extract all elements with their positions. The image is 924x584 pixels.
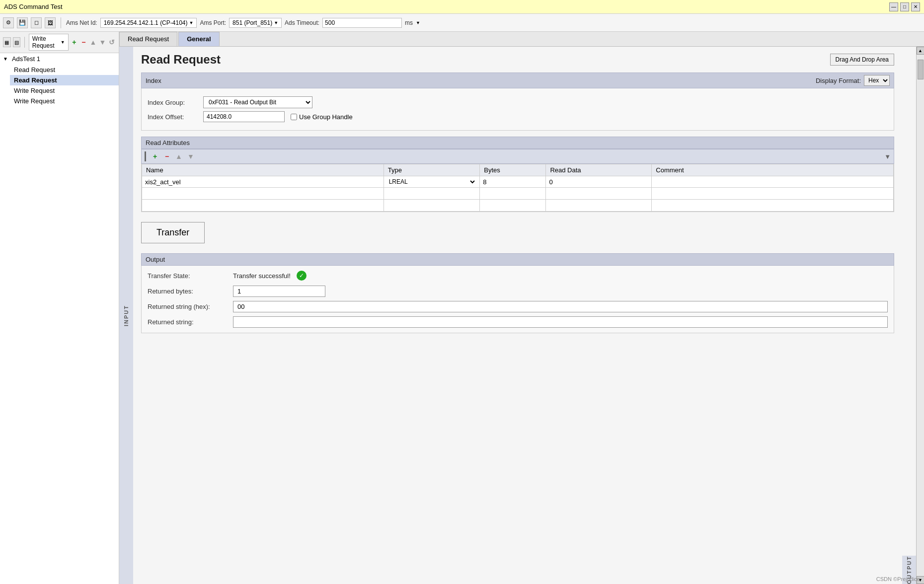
timeout-unit: ms bbox=[405, 19, 413, 26]
transfer-state-row: Transfer State: Transfer successful! ✓ bbox=[148, 271, 888, 281]
scroll-thumb[interactable] bbox=[918, 60, 924, 79]
index-offset-input[interactable] bbox=[203, 111, 285, 122]
sidebar-icon-1[interactable]: ▦ bbox=[3, 37, 11, 47]
cell-type[interactable]: LREAL REAL INT BOOL bbox=[384, 176, 480, 188]
attr-table: Name Type Bytes Read Data Comment bbox=[142, 164, 894, 212]
transfer-btn-container: Transfer bbox=[141, 218, 894, 247]
sidebar-item-read-request-2[interactable]: Read Request bbox=[10, 75, 119, 85]
attr-remove-button[interactable]: − bbox=[162, 151, 172, 161]
comment-input[interactable] bbox=[655, 178, 890, 186]
attr-move-down-button[interactable]: ▼ bbox=[186, 151, 196, 161]
index-group-select[interactable]: 0xF031 - Read Output Bit 0xF020 - Read I… bbox=[203, 96, 312, 108]
scroll-track[interactable] bbox=[917, 55, 924, 576]
timeout-arrow-icon: ▼ bbox=[416, 20, 420, 25]
returned-string-label: Returned string: bbox=[148, 318, 227, 326]
toolbar-separator-1 bbox=[61, 17, 61, 28]
attr-move-up-button[interactable]: ▲ bbox=[174, 151, 184, 161]
cell-name[interactable] bbox=[142, 176, 384, 188]
remove-item-button[interactable]: − bbox=[80, 37, 87, 47]
timeout-label: Ads Timeout: bbox=[285, 19, 319, 26]
type-select[interactable]: LREAL REAL INT BOOL bbox=[387, 178, 477, 186]
tab-general[interactable]: General bbox=[178, 32, 219, 46]
attr-toolbar-bar bbox=[145, 151, 146, 161]
index-offset-label: Index Offset: bbox=[148, 113, 197, 121]
returned-bytes-input[interactable] bbox=[233, 286, 325, 297]
scroll-up-button[interactable]: ▲ bbox=[917, 47, 924, 55]
drag-drop-button[interactable]: Drag And Drop Area bbox=[830, 54, 894, 66]
col-name: Name bbox=[142, 164, 384, 176]
port-arrow-icon: ▼ bbox=[274, 20, 278, 25]
use-group-handle-label: Use Group Handle bbox=[291, 113, 353, 121]
table-row: LREAL REAL INT BOOL 8 0 bbox=[142, 176, 894, 188]
scrollbar[interactable]: ▲ ▼ bbox=[916, 47, 924, 584]
minimize-button[interactable]: — bbox=[889, 2, 898, 11]
transfer-button[interactable]: Transfer bbox=[141, 222, 205, 243]
read-attributes-section: Read Attributes + − ▲ ▼ ▼ bbox=[141, 137, 894, 212]
request-type-dropdown[interactable]: Write Request ▼ bbox=[29, 34, 69, 51]
sidebar-icon-2[interactable]: ▧ bbox=[13, 37, 21, 47]
output-section-header: Output bbox=[141, 253, 894, 266]
col-bytes: Bytes bbox=[480, 164, 546, 176]
sidebar-toolbar: ▦ ▧ Write Request ▼ + − ▲ ▼ ↺ bbox=[0, 32, 119, 53]
port-dropdown[interactable]: 851 (Port_851) ▼ bbox=[229, 18, 282, 28]
attr-toolbar: + − ▲ ▼ ▼ bbox=[141, 149, 894, 164]
name-input[interactable] bbox=[145, 178, 381, 186]
net-id-label: Ams Net Id: bbox=[66, 19, 97, 26]
sidebar-item-read-request-1[interactable]: Read Request bbox=[10, 65, 119, 75]
sidebar-sep bbox=[24, 37, 25, 48]
titlebar-controls: — □ ✕ bbox=[889, 2, 920, 11]
titlebar: ADS Command Test — □ ✕ bbox=[0, 0, 924, 14]
cell-read-data: 0 bbox=[546, 176, 652, 188]
attr-add-button[interactable]: + bbox=[150, 151, 160, 161]
maximize-button[interactable]: □ bbox=[900, 2, 909, 11]
tab-read-request[interactable]: Read Request bbox=[119, 32, 177, 46]
returned-string-row: Returned string: bbox=[148, 316, 888, 328]
display-format-select[interactable]: Hex Dec Oct Bin bbox=[864, 75, 890, 86]
empty-row-1 bbox=[142, 188, 894, 200]
output-content: Transfer State: Transfer successful! ✓ R… bbox=[141, 266, 894, 333]
returned-bytes-label: Returned bytes: bbox=[148, 288, 227, 295]
tree-expand-icon: ▼ bbox=[3, 56, 8, 62]
move-up-button[interactable]: ▲ bbox=[89, 37, 97, 47]
sidebar-item-write-request-1[interactable]: Write Request bbox=[10, 85, 119, 96]
sidebar: ▦ ▧ Write Request ▼ + − ▲ ▼ ↺ ▼ AdsTest … bbox=[0, 32, 119, 584]
port-label: Ams Port: bbox=[200, 19, 226, 26]
timeout-input[interactable] bbox=[322, 18, 402, 28]
use-group-handle-checkbox[interactable] bbox=[291, 114, 297, 120]
index-group-label: Index Group: bbox=[148, 99, 197, 106]
sidebar-item-label-1: Read Request bbox=[14, 66, 55, 73]
toolbar-icon-save[interactable]: 💾 bbox=[17, 17, 28, 28]
tab-bar: Read Request General bbox=[119, 32, 924, 47]
attr-table-container: Name Type Bytes Read Data Comment bbox=[141, 164, 894, 212]
titlebar-title: ADS Command Test bbox=[4, 3, 63, 10]
returned-hex-label: Returned string (hex): bbox=[148, 303, 227, 310]
page-title-row: Read Request Drag And Drop Area bbox=[141, 53, 894, 67]
tree-children: Read Request Read Request Write Request … bbox=[0, 65, 119, 106]
toolbar-icon-4[interactable]: 🖼 bbox=[45, 17, 56, 28]
sidebar-item-write-request-2[interactable]: Write Request bbox=[10, 96, 119, 106]
request-type-label: Write Request bbox=[32, 35, 59, 49]
cell-comment[interactable] bbox=[652, 176, 894, 188]
attr-expand-icon[interactable]: ▼ bbox=[884, 153, 891, 160]
read-attributes-header: Read Attributes bbox=[141, 137, 894, 149]
main-layout: ▦ ▧ Write Request ▼ + − ▲ ▼ ↺ ▼ AdsTest … bbox=[0, 32, 924, 584]
toolbar-icon-3[interactable]: ◻ bbox=[31, 17, 42, 28]
net-id-dropdown[interactable]: 169.254.254.142.1.1 (CP-4104) ▼ bbox=[100, 18, 197, 28]
undo-button[interactable]: ↺ bbox=[108, 37, 116, 47]
input-strip: INPUT bbox=[119, 47, 133, 584]
toolbar-icon-1[interactable]: ⚙ bbox=[3, 17, 14, 28]
move-down-button[interactable]: ▼ bbox=[99, 37, 106, 47]
col-read-data: Read Data bbox=[546, 164, 652, 176]
returned-hex-input[interactable] bbox=[233, 301, 888, 312]
returned-string-input[interactable] bbox=[233, 316, 888, 328]
watermark: CSDN ©Prejudice bbox=[876, 576, 920, 582]
input-strip-label: INPUT bbox=[123, 305, 129, 326]
col-comment: Comment bbox=[652, 164, 894, 176]
tree-root[interactable]: ▼ AdsTest 1 bbox=[0, 53, 119, 65]
sidebar-item-label-3: Write Request bbox=[14, 87, 55, 94]
request-type-arrow-icon: ▼ bbox=[61, 40, 65, 45]
returned-bytes-row: Returned bytes: bbox=[148, 286, 888, 297]
sidebar-item-label-4: Write Request bbox=[14, 97, 55, 105]
close-button[interactable]: ✕ bbox=[911, 2, 920, 11]
add-item-button[interactable]: + bbox=[71, 37, 78, 47]
